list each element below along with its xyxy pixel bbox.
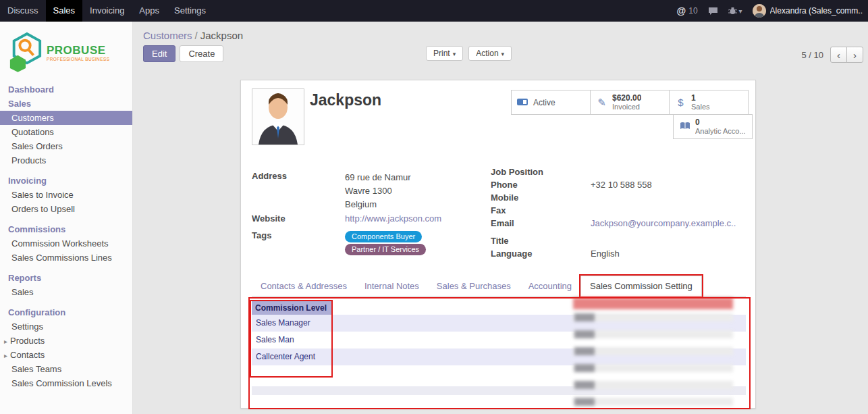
sales-stat-button[interactable]: $ 1 Sales bbox=[669, 90, 749, 115]
logo-title: PROBUSE bbox=[47, 45, 109, 57]
control-panel: Edit Create Print▾ Action▾ 5 / 10 ‹ › bbox=[133, 43, 868, 71]
create-button[interactable]: Create bbox=[180, 45, 223, 62]
sidebar-item-invoicing[interactable]: Invoicing bbox=[0, 174, 132, 188]
address-street: 69 rue de Namur bbox=[345, 171, 411, 184]
sidebar-item-sales[interactable]: Sales bbox=[0, 97, 132, 111]
redacted-row bbox=[573, 313, 733, 321]
caret-down-icon: ▾ bbox=[501, 51, 505, 57]
phone-value: +32 10 588 558 bbox=[591, 180, 652, 192]
sidebar-item-label: Products bbox=[10, 336, 45, 346]
breadcrumb-customers[interactable]: Customers bbox=[143, 30, 192, 41]
redacted-row bbox=[573, 398, 733, 406]
user-menu[interactable]: Alexandra (Sales_comm.. bbox=[753, 4, 863, 18]
breadcrumb-current: Jackpson bbox=[200, 30, 243, 41]
tab-bar: Contacts & Addresses Internal Notes Sale… bbox=[252, 275, 746, 296]
dollar-icon: $ bbox=[675, 97, 686, 107]
mentions-button[interactable]: @ 10 bbox=[677, 5, 698, 16]
logo-icon bbox=[8, 32, 43, 74]
tab-sales-commission-setting[interactable]: Sales Commission Setting bbox=[580, 276, 702, 296]
job-position-field: Job Position bbox=[491, 167, 746, 180]
sidebar-item-orders-to-upsell[interactable]: Orders to Upsell bbox=[0, 202, 132, 216]
website-label: Website bbox=[252, 213, 345, 226]
stat-value: 0 bbox=[695, 118, 746, 127]
action-buttons: Print▾ Action▾ bbox=[426, 46, 512, 61]
redacted-red-band bbox=[573, 298, 733, 309]
breadcrumb: Customers/Jackpson bbox=[133, 22, 868, 43]
analytic-accounts-stat-button[interactable]: 0 Analytic Acco... bbox=[673, 114, 753, 139]
menu-apps[interactable]: Apps bbox=[132, 0, 167, 22]
email-field: Email Jackpson@yourcompany.example.c.. bbox=[491, 218, 746, 231]
menu-settings[interactable]: Settings bbox=[167, 0, 213, 22]
action-dropdown[interactable]: Action▾ bbox=[468, 46, 512, 61]
sidebar-item-sales-commissions-lines[interactable]: Sales Commissions Lines bbox=[0, 251, 132, 265]
stat-label: Sales bbox=[691, 103, 710, 111]
caret-down-icon: ▾ bbox=[453, 51, 456, 57]
main-content: Customers/Jackpson Edit Create Print▾ Ac… bbox=[133, 22, 868, 414]
action-label: Action bbox=[476, 49, 498, 58]
pager-previous-button[interactable]: ‹ bbox=[830, 47, 847, 63]
redacted-row bbox=[573, 364, 733, 372]
sidebar-item-quotations[interactable]: Quotations bbox=[0, 125, 132, 139]
redacted-row bbox=[573, 330, 733, 338]
debug-icon[interactable]: ▾ bbox=[728, 7, 742, 15]
form-fields: Address 69 rue de Namur Wavre 1300 Belgi… bbox=[252, 167, 746, 261]
nav-section-configuration: Configuration Settings ▸Products ▸Contac… bbox=[0, 305, 132, 390]
stat-buttons: Active ✎ $620.00 Invoiced $ 1 Sales bbox=[511, 90, 753, 139]
toggle-on-icon bbox=[517, 97, 528, 107]
address-field: Address 69 rue de Namur Wavre 1300 Belgi… bbox=[252, 171, 491, 211]
tags-label: Tags bbox=[252, 230, 345, 256]
sidebar-item-reports[interactable]: Reports bbox=[0, 271, 132, 285]
fields-right-column: Job Position Phone +32 10 588 558 Mobile… bbox=[491, 167, 746, 261]
page-title: Jackpson bbox=[310, 91, 381, 109]
redacted-row bbox=[573, 347, 733, 355]
expand-icon: ▸ bbox=[4, 352, 7, 359]
active-stat-button[interactable]: Active bbox=[511, 90, 591, 115]
menu-invoicing[interactable]: Invoicing bbox=[82, 0, 132, 22]
menu-sales[interactable]: Sales bbox=[46, 0, 83, 22]
tab-sales-purchases[interactable]: Sales & Purchases bbox=[428, 276, 520, 296]
sidebar-item-customers[interactable]: Customers bbox=[0, 111, 132, 125]
pager-next-button[interactable]: › bbox=[846, 47, 863, 63]
messages-icon[interactable] bbox=[708, 7, 718, 16]
mobile-field: Mobile bbox=[491, 192, 746, 205]
sidebar-item-sales-to-invoice[interactable]: Sales to Invoice bbox=[0, 188, 132, 202]
pager: 5 / 10 ‹ › bbox=[801, 47, 863, 63]
sidebar-item-commissions[interactable]: Commissions bbox=[0, 222, 132, 236]
mobile-label: Mobile bbox=[491, 192, 591, 205]
sidebar-item-commission-worksheets[interactable]: Commission Worksheets bbox=[0, 236, 132, 251]
print-dropdown[interactable]: Print▾ bbox=[426, 46, 463, 61]
email-link[interactable]: Jackpson@yourcompany.example.c.. bbox=[591, 218, 736, 231]
fields-left-column: Address 69 rue de Namur Wavre 1300 Belgi… bbox=[252, 167, 491, 261]
sidebar-item-sales-teams[interactable]: Sales Teams bbox=[0, 362, 132, 376]
nav-section-commissions: Commissions Commission Worksheets Sales … bbox=[0, 222, 132, 265]
redacted-row bbox=[573, 381, 733, 389]
language-value: English bbox=[591, 249, 620, 261]
sidebar-item-products[interactable]: Products bbox=[0, 153, 132, 167]
sidebar-item-config-contacts[interactable]: ▸Contacts bbox=[0, 348, 132, 362]
tab-contacts-addresses[interactable]: Contacts & Addresses bbox=[252, 276, 356, 296]
website-link[interactable]: http://www.jackpson.com bbox=[345, 213, 441, 226]
sidebar-item-configuration[interactable]: Configuration bbox=[0, 305, 132, 319]
address-city: Wavre 1300 bbox=[345, 184, 411, 198]
nav-section-reports: Reports Sales bbox=[0, 271, 132, 299]
menu-discuss[interactable]: Discuss bbox=[0, 0, 46, 22]
expand-icon: ▸ bbox=[4, 338, 7, 345]
at-icon: @ bbox=[677, 5, 686, 16]
tab-accounting[interactable]: Accounting bbox=[520, 276, 580, 296]
tab-internal-notes[interactable]: Internal Notes bbox=[356, 276, 428, 296]
edit-button[interactable]: Edit bbox=[143, 45, 175, 62]
sidebar-item-reports-sales[interactable]: Sales bbox=[0, 285, 132, 299]
sidebar-item-settings[interactable]: Settings bbox=[0, 319, 132, 334]
sidebar-item-config-products[interactable]: ▸Products bbox=[0, 334, 132, 348]
address-label: Address bbox=[252, 171, 345, 211]
language-label: Language bbox=[491, 249, 591, 261]
sidebar-item-sales-commission-levels[interactable]: Sales Commission Levels bbox=[0, 376, 132, 390]
app-logo[interactable]: PROBUSE PROFESSIONAL BUSINESS bbox=[0, 22, 132, 82]
sidebar-item-dashboard[interactable]: Dashboard bbox=[0, 82, 132, 97]
sidebar-item-sales-orders[interactable]: Sales Orders bbox=[0, 139, 132, 153]
commission-level-column-header[interactable]: Commission Level bbox=[252, 301, 333, 315]
invoiced-stat-button[interactable]: ✎ $620.00 Invoiced bbox=[590, 90, 670, 115]
print-label: Print bbox=[433, 49, 450, 58]
phone-field: Phone +32 10 588 558 bbox=[491, 180, 746, 192]
stat-value: 1 bbox=[691, 94, 710, 103]
